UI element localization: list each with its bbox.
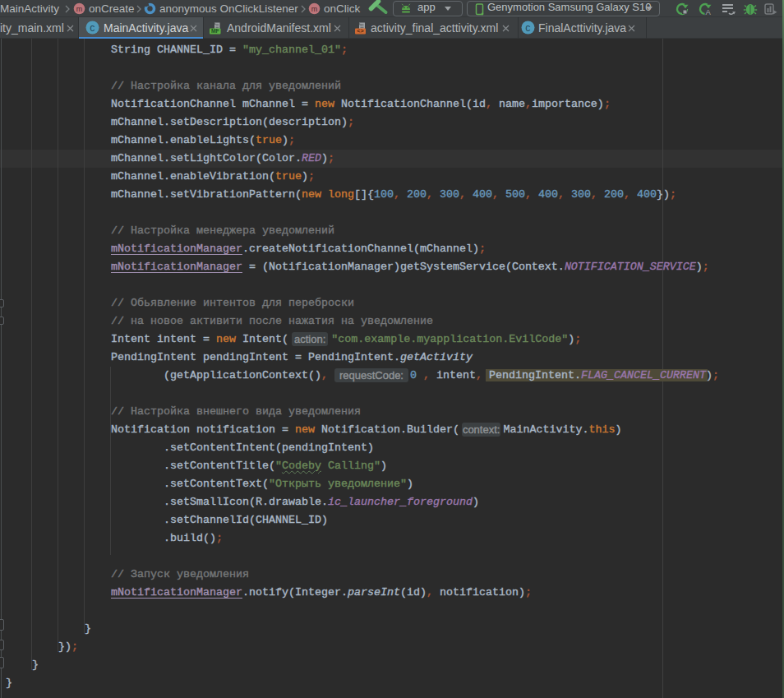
svg-text:C: C xyxy=(525,24,530,34)
svg-text:<>: <> xyxy=(357,28,363,35)
svg-text:m: m xyxy=(311,5,318,13)
svg-text:C: C xyxy=(90,24,95,34)
svg-text:MF: MF xyxy=(211,28,219,34)
svg-text:m: m xyxy=(76,5,83,13)
svg-text:A: A xyxy=(706,7,712,16)
